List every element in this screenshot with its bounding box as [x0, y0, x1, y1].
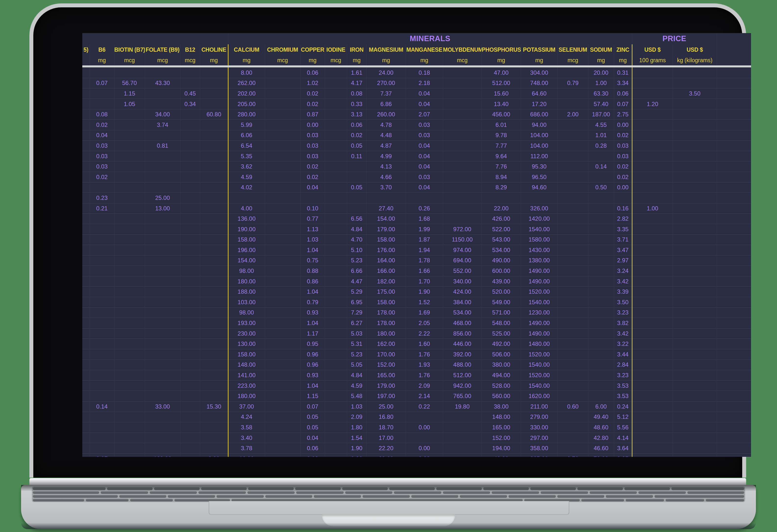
cell[interactable]: [114, 234, 145, 245]
cell[interactable]: [82, 349, 90, 360]
cell[interactable]: 42.80: [588, 433, 614, 443]
cell[interactable]: 1.03: [347, 402, 366, 412]
cell[interactable]: 0.07: [300, 402, 325, 412]
cell[interactable]: 2.00: [558, 109, 588, 120]
cell[interactable]: [180, 328, 200, 339]
cell[interactable]: [632, 68, 673, 78]
cell[interactable]: 103.00: [228, 297, 265, 308]
cell[interactable]: [673, 130, 717, 140]
cell[interactable]: [673, 297, 717, 308]
cell[interactable]: 6.27: [347, 318, 366, 328]
cell[interactable]: [325, 99, 347, 109]
cell[interactable]: 0.03: [614, 140, 632, 151]
cell[interactable]: [90, 182, 114, 193]
cell[interactable]: [114, 318, 145, 328]
cell[interactable]: [325, 130, 347, 140]
cell[interactable]: [145, 318, 180, 328]
cell[interactable]: [558, 88, 588, 99]
cell[interactable]: [82, 182, 90, 193]
cell[interactable]: 330.00: [521, 422, 558, 433]
cell[interactable]: [82, 162, 90, 172]
column-header[interactable]: CHOLINE: [200, 44, 228, 55]
cell[interactable]: [443, 422, 481, 433]
cell[interactable]: [406, 433, 443, 443]
cell[interactable]: [632, 234, 673, 245]
cell[interactable]: [114, 214, 145, 224]
cell[interactable]: [200, 193, 228, 203]
cell[interactable]: [632, 412, 673, 422]
cell[interactable]: 1.52: [406, 297, 443, 308]
cell[interactable]: [200, 359, 228, 370]
cell[interactable]: [180, 402, 200, 412]
cell[interactable]: 1.68: [406, 214, 443, 224]
cell[interactable]: [717, 130, 751, 140]
cell[interactable]: [114, 172, 145, 182]
cell[interactable]: [717, 109, 751, 120]
cell[interactable]: [325, 234, 347, 245]
cell[interactable]: 4.78: [366, 119, 406, 130]
cell[interactable]: [673, 381, 717, 391]
cell[interactable]: [180, 307, 200, 318]
cell[interactable]: [717, 172, 751, 182]
cell[interactable]: 48.60: [588, 422, 614, 433]
cell[interactable]: [614, 193, 632, 203]
column-header[interactable]: 5): [82, 44, 90, 55]
cell[interactable]: 20.00: [588, 68, 614, 78]
column-header[interactable]: B12: [180, 44, 200, 55]
cell[interactable]: 1.93: [406, 359, 443, 370]
cell[interactable]: 0.04: [406, 182, 443, 193]
cell[interactable]: [717, 412, 751, 422]
cell[interactable]: [200, 140, 228, 151]
cell[interactable]: 1.76: [406, 370, 443, 381]
cell[interactable]: [717, 88, 751, 99]
cell[interactable]: [558, 130, 588, 140]
cell[interactable]: [325, 109, 347, 120]
cell[interactable]: 5.56: [614, 422, 632, 433]
cell[interactable]: 98.00: [228, 266, 265, 276]
cell[interactable]: 0.02: [614, 130, 632, 140]
cell[interactable]: [325, 422, 347, 433]
cell[interactable]: 5.31: [347, 339, 366, 349]
cell[interactable]: [265, 422, 300, 433]
cell[interactable]: [325, 287, 347, 297]
cell[interactable]: 5.99: [228, 119, 265, 130]
cell[interactable]: [443, 151, 481, 162]
cell[interactable]: 4.99: [366, 151, 406, 162]
cell[interactable]: 1150.00: [443, 234, 481, 245]
cell[interactable]: [145, 359, 180, 370]
column-header[interactable]: IODINE: [325, 44, 347, 55]
cell[interactable]: [114, 328, 145, 339]
cell[interactable]: 187.00: [588, 109, 614, 120]
cell[interactable]: [200, 381, 228, 391]
cell[interactable]: 170.00: [366, 349, 406, 360]
cell[interactable]: [265, 412, 300, 422]
cell[interactable]: 297.00: [521, 433, 558, 443]
cell[interactable]: 0.35: [614, 453, 632, 457]
cell[interactable]: [717, 140, 751, 151]
cell[interactable]: 179.00: [366, 224, 406, 234]
cell[interactable]: 194.00: [481, 443, 521, 454]
cell[interactable]: [180, 453, 200, 457]
cell[interactable]: 0.07: [614, 99, 632, 109]
cell[interactable]: 165.00: [481, 422, 521, 433]
column-header[interactable]: USD $: [673, 44, 717, 55]
cell[interactable]: 0.06: [300, 68, 325, 78]
cell[interactable]: [717, 349, 751, 360]
cell[interactable]: 2.14: [406, 391, 443, 402]
cell[interactable]: [673, 193, 717, 203]
cell[interactable]: [325, 245, 347, 255]
cell[interactable]: [558, 328, 588, 339]
cell[interactable]: 158.00: [366, 234, 406, 245]
cell[interactable]: [673, 328, 717, 339]
cell[interactable]: [347, 172, 366, 182]
cell[interactable]: 175.00: [366, 287, 406, 297]
cell[interactable]: 3.23: [614, 370, 632, 381]
column-header[interactable]: MAGNESIUM: [366, 44, 406, 55]
cell[interactable]: [180, 359, 200, 370]
cell[interactable]: 0.02: [300, 88, 325, 99]
cell[interactable]: 3.35: [614, 224, 632, 234]
cell[interactable]: [82, 255, 90, 266]
cell[interactable]: [265, 349, 300, 360]
cell[interactable]: [145, 255, 180, 266]
cell[interactable]: 0.04: [406, 140, 443, 151]
